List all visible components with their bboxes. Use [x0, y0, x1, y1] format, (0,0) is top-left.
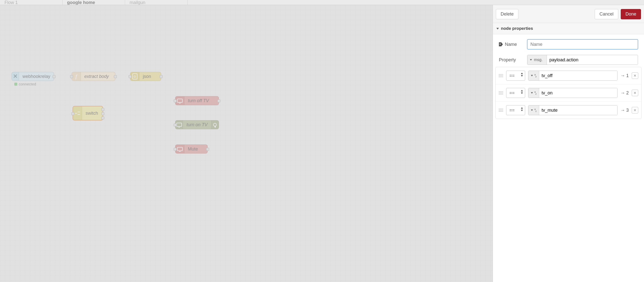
- function-icon: f: [72, 72, 81, 81]
- rule-delete-button[interactable]: ✕: [632, 107, 638, 113]
- rule-type-button[interactable]: az: [528, 105, 539, 115]
- node-turn-off-tv[interactable]: turn off TV: [175, 96, 219, 105]
- string-type-icon: az: [534, 91, 536, 95]
- workspace-tabs: Flow 1 google home mailgun: [0, 0, 644, 5]
- name-label: Name: [499, 42, 523, 47]
- chevron-down-icon: [496, 28, 499, 30]
- tv-icon: [175, 145, 184, 153]
- node-json[interactable]: json: [130, 72, 161, 81]
- property-prefix: msg.: [533, 58, 544, 62]
- status-dot: [14, 83, 17, 86]
- output-port[interactable]: [206, 148, 209, 151]
- rule-output-label: → 1: [620, 73, 629, 78]
- json-icon: [130, 72, 139, 81]
- drag-handle-icon[interactable]: [499, 74, 503, 77]
- rule-operator-select[interactable]: ==: [506, 88, 525, 98]
- output-port[interactable]: [160, 75, 163, 78]
- rule-operator-select[interactable]: ==: [506, 71, 525, 81]
- name-row: Name: [499, 39, 638, 49]
- rule-operator-select[interactable]: ==: [506, 105, 525, 115]
- rule-value-input[interactable]: az: [528, 105, 617, 115]
- canvas-dim-overlay: [0, 5, 493, 282]
- caret-down-icon: [531, 92, 533, 94]
- field-label: Name: [505, 42, 517, 47]
- caret-down-icon: [531, 109, 533, 111]
- property-label: Property: [499, 57, 523, 63]
- rule-row: == az → 2 ✕: [496, 84, 641, 102]
- tag-icon: [499, 42, 503, 46]
- node-label: switch: [82, 106, 102, 120]
- node-extract-body[interactable]: f extract body: [72, 72, 115, 81]
- done-button[interactable]: Done: [621, 9, 641, 19]
- rules-list: == az → 1 ✕ =: [495, 67, 641, 119]
- property-type-button[interactable]: msg.: [527, 55, 547, 65]
- rule-operator: ==: [509, 90, 515, 96]
- field-label: Property: [499, 57, 516, 63]
- flow-canvas[interactable]: ✕ webhookrelay connected f extract body …: [0, 5, 493, 282]
- rule-value[interactable]: [539, 88, 617, 98]
- node-status: connected: [14, 82, 36, 86]
- output-port[interactable]: [217, 99, 220, 102]
- property-value-input[interactable]: [547, 55, 638, 65]
- output-port-2[interactable]: [101, 112, 104, 115]
- drag-handle-icon[interactable]: [499, 109, 503, 112]
- node-label: json: [139, 72, 155, 81]
- node-label: webhookrelay: [19, 72, 54, 81]
- rule-operator: ==: [509, 73, 515, 78]
- name-input[interactable]: [527, 39, 638, 49]
- output-port[interactable]: [53, 75, 56, 78]
- rule-row: == az → 1 ✕: [496, 67, 641, 84]
- webhook-icon: ✕: [12, 72, 19, 81]
- rule-type-button[interactable]: az: [528, 88, 539, 98]
- status-text: connected: [19, 82, 36, 86]
- output-port-3[interactable]: [101, 116, 104, 119]
- node-switch[interactable]: switch: [73, 106, 103, 120]
- rule-row: == az → 3 ✕: [496, 102, 641, 119]
- input-port[interactable]: [129, 75, 132, 78]
- drag-handle-icon[interactable]: [499, 91, 503, 94]
- wires-layer: [0, 5, 75, 43]
- rule-operator: ==: [509, 108, 515, 113]
- rule-delete-button[interactable]: ✕: [632, 72, 638, 79]
- node-turn-on-tv[interactable]: turn on TV: [175, 120, 219, 129]
- rule-value[interactable]: [539, 71, 617, 80]
- input-port[interactable]: [174, 148, 177, 151]
- node-properties-section: node properties Name Property: [493, 23, 644, 123]
- cancel-button[interactable]: Cancel: [595, 9, 618, 19]
- tab-google-home[interactable]: google home: [63, 0, 125, 5]
- rule-delete-button[interactable]: ✕: [632, 90, 638, 96]
- delete-button[interactable]: Delete: [496, 9, 518, 19]
- rule-type-button[interactable]: az: [528, 71, 539, 80]
- input-port[interactable]: [71, 112, 74, 115]
- rule-value-input[interactable]: az: [528, 88, 617, 98]
- rule-output-label: → 2: [620, 90, 629, 96]
- tab-flow1[interactable]: Flow 1: [0, 0, 63, 5]
- bulb-icon: [211, 120, 219, 129]
- output-port[interactable]: [114, 75, 117, 78]
- rule-value[interactable]: [539, 105, 617, 115]
- switch-icon: [73, 106, 82, 120]
- section-toggle[interactable]: node properties: [493, 23, 644, 34]
- rule-value-input[interactable]: az: [528, 71, 617, 81]
- property-input[interactable]: msg.: [527, 55, 638, 65]
- node-mute[interactable]: Mute: [175, 145, 208, 154]
- property-row: Property msg.: [499, 55, 638, 65]
- node-webhookrelay[interactable]: ✕ webhookrelay connected: [12, 72, 54, 81]
- edit-panel: Edit switch node Delete Cancel Done node…: [493, 5, 644, 282]
- node-label: turn off TV: [184, 96, 212, 105]
- panel-header: Edit switch node Delete Cancel Done: [493, 5, 644, 23]
- node-label: Mute: [184, 145, 201, 153]
- tab-mailgun[interactable]: mailgun: [125, 0, 188, 5]
- node-label: extract body: [81, 72, 112, 81]
- caret-down-icon: [530, 59, 532, 61]
- input-port[interactable]: [174, 99, 177, 102]
- node-label: turn on TV: [183, 120, 211, 129]
- section-title: node properties: [501, 26, 533, 31]
- rule-output-label: → 3: [620, 108, 629, 113]
- input-port[interactable]: [70, 75, 73, 78]
- tv-icon: [175, 96, 184, 105]
- input-port[interactable]: [174, 123, 177, 126]
- string-type-icon: az: [534, 74, 536, 78]
- caret-down-icon: [531, 75, 533, 76]
- output-port-1[interactable]: [101, 108, 104, 111]
